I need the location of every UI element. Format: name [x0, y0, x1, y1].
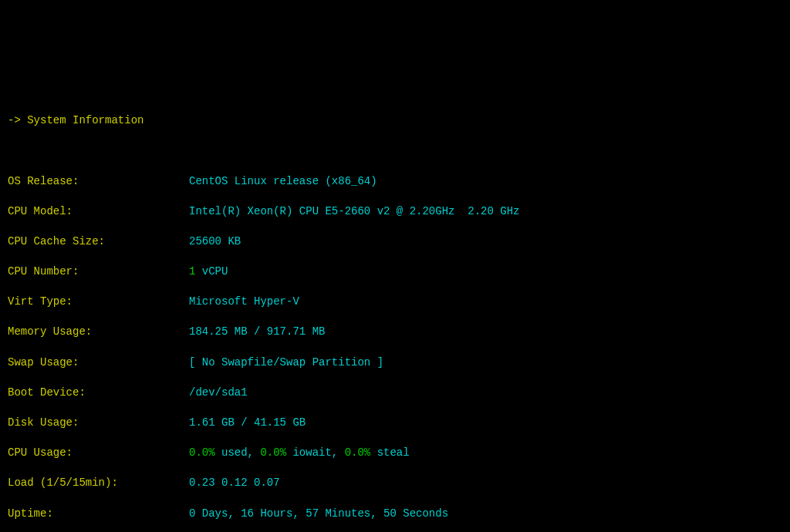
row-cpu-model: CPU Model:Intel(R) Xeon(R) CPU E5-2660 v…	[8, 204, 782, 220]
row-os-release: OS Release:CentOS Linux release (x86_64)	[8, 174, 782, 190]
row-virt-type: Virt Type:Microsoft Hyper-V	[8, 295, 782, 310]
row-uptime: Uptime:0 Days, 16 Hours, 57 Minutes, 50 …	[8, 507, 782, 522]
section-header-system: -> System Information	[8, 113, 782, 129]
row-cpu-usage: CPU Usage:0.0% used, 0.0% iowait, 0.0% s…	[8, 446, 782, 461]
row-cpu-cache: CPU Cache Size:25600 KB	[8, 234, 782, 250]
row-swap-usage: Swap Usage:[ No Swapfile/Swap Partition …	[8, 355, 782, 371]
terminal-output: -> System Information OS Release:CentOS …	[8, 68, 782, 532]
row-memory-usage: Memory Usage:184.25 MB / 917.71 MB	[8, 325, 782, 340]
row-disk-usage: Disk Usage:1.61 GB / 41.15 GB	[8, 416, 782, 431]
row-cpu-number: CPU Number:1 vCPU	[8, 264, 782, 280]
row-load: Load (1/5/15min):0.23 0.12 0.07	[8, 476, 782, 491]
row-boot-device: Boot Device:/dev/sda1	[8, 386, 782, 401]
